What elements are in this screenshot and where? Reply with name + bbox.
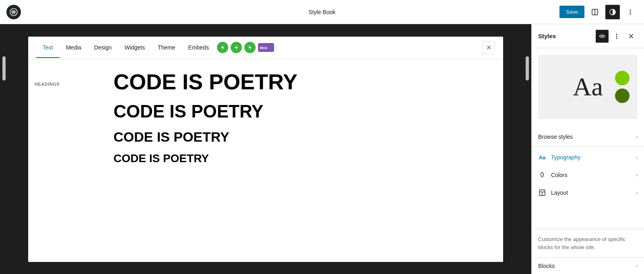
layout-label: Layout (551, 190, 568, 196)
more-options-button[interactable] (623, 5, 638, 19)
stylebook-content: HEADINGS CODE IS POETRY CODE IS POETRY C… (28, 59, 503, 262)
svg-point-6 (630, 11, 631, 12)
colors-item-left: Colors (538, 171, 567, 179)
svg-text:Woo: Woo (260, 46, 268, 50)
sidebar-body: Browse styles › Aa Typography › (532, 126, 644, 229)
plugin-woo[interactable]: Woo (258, 43, 274, 52)
typography-label: Typography (551, 154, 580, 161)
svg-point-7 (630, 13, 631, 14)
typography-icon: Aa (538, 153, 546, 161)
tab-text[interactable]: Text (36, 38, 60, 58)
svg-point-10 (601, 35, 603, 37)
circle-dark (615, 89, 630, 103)
tab-design[interactable]: Design (88, 38, 118, 58)
label-column: HEADINGS (28, 59, 101, 262)
layout-item[interactable]: Layout › (532, 184, 644, 202)
tabs-bar: Text Media Design Widgets Theme Embeds (28, 37, 503, 59)
typography-item[interactable]: Aa Typography › (532, 148, 644, 166)
tab-embeds[interactable]: Embeds (182, 38, 215, 58)
canvas-area: Text Media Design Widgets Theme Embeds (0, 24, 531, 274)
typography-chevron: › (636, 155, 638, 160)
sidebar-header: Styles (532, 24, 644, 48)
main-area: Text Media Design Widgets Theme Embeds (0, 24, 644, 274)
tab-widgets[interactable]: Widgets (118, 38, 151, 58)
blocks-chevron: › (636, 263, 638, 269)
sidebar-header-icons (596, 30, 638, 43)
headings-preview: CODE IS POETRY CODE IS POETRY CODE IS PO… (101, 59, 503, 262)
heading-h3: CODE IS POETRY (114, 129, 490, 145)
colors-chevron: › (636, 172, 638, 178)
stylebook-container: Text Media Design Widgets Theme Embeds (28, 37, 503, 262)
circle-bright (615, 71, 630, 85)
plugin-bolt-2[interactable] (231, 42, 242, 53)
svg-point-11 (616, 33, 617, 35)
plugin-icons: Woo (217, 42, 274, 53)
heading-h2: CODE IS POETRY (114, 101, 490, 122)
browse-styles-chevron: › (636, 134, 638, 140)
style-preview-card: Aa (538, 55, 638, 119)
colors-label: Colors (551, 172, 567, 178)
scrollbar-left[interactable] (2, 56, 6, 80)
browse-styles-label: Browse styles (538, 134, 573, 140)
tab-media[interactable]: Media (60, 38, 88, 58)
top-bar: W Style Book Save (0, 0, 644, 24)
sidebar-title: Styles (538, 33, 556, 39)
contrast-toggle-button[interactable] (605, 5, 620, 19)
layout-icon (538, 189, 546, 197)
typography-item-left: Aa Typography (538, 153, 580, 161)
svg-point-13 (616, 37, 617, 39)
plugin-bolt-1[interactable] (217, 42, 228, 53)
wordpress-logo[interactable]: W (6, 5, 21, 19)
preview-text: Aa (573, 72, 603, 102)
headings-label: HEADINGS (35, 82, 94, 87)
heading-h1: CODE IS POETRY (114, 69, 490, 95)
colors-item[interactable]: Colors › (532, 166, 644, 184)
svg-point-5 (630, 9, 631, 10)
eye-button[interactable] (596, 30, 609, 43)
layout-icon-btn[interactable] (588, 5, 602, 19)
blocks-label: Blocks (538, 263, 555, 269)
style-color-circles (615, 71, 630, 103)
layout-chevron: › (636, 190, 638, 196)
sidebar-more-button[interactable] (610, 30, 623, 43)
top-bar-actions: Save (559, 5, 638, 19)
close-stylebook-button[interactable]: ✕ (482, 41, 495, 54)
browse-styles-item[interactable]: Browse styles › (532, 129, 644, 145)
sidebar-description: Customize the appearance of specific blo… (532, 229, 644, 258)
top-bar-left: W (6, 5, 21, 19)
styles-sidebar: Styles (531, 24, 644, 274)
layout-item-left: Layout (538, 189, 568, 197)
plugin-bolt-3[interactable] (244, 42, 256, 53)
scrollbar-right[interactable] (526, 56, 529, 80)
close-sidebar-button[interactable] (625, 30, 638, 43)
heading-h4: CODE IS POETRY (114, 152, 490, 165)
colors-icon (538, 171, 546, 179)
save-button[interactable]: Save (559, 6, 584, 18)
svg-text:W: W (12, 10, 16, 14)
svg-point-12 (616, 35, 617, 37)
tab-theme[interactable]: Theme (151, 38, 182, 58)
blocks-footer[interactable]: Blocks › (532, 258, 644, 274)
page-title: Style Book (309, 9, 336, 15)
